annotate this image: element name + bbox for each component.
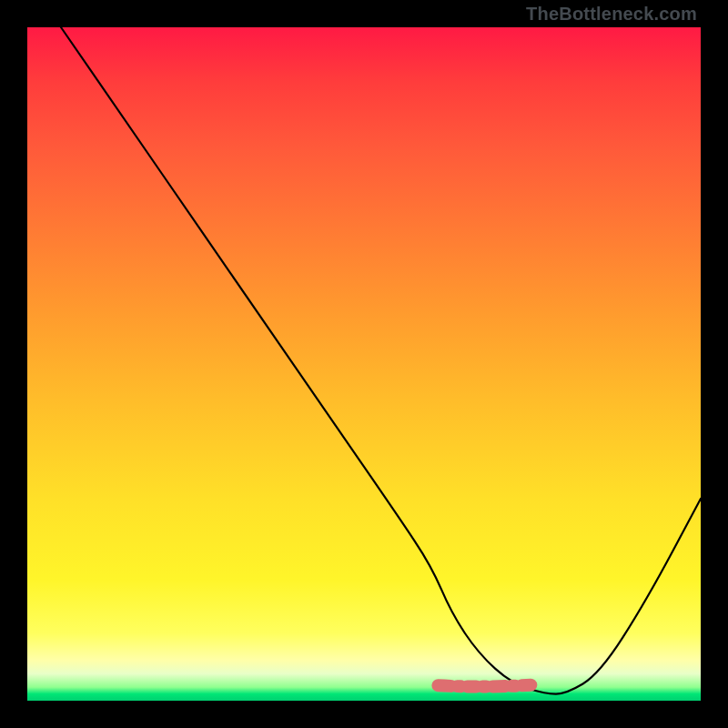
pink-band	[438, 682, 566, 686]
watermark-label: TheBottleneck.com	[526, 4, 697, 25]
chart-frame	[27, 27, 701, 701]
chart-svg	[27, 27, 701, 701]
pink-band-path	[438, 682, 566, 686]
bottleneck-curve-path	[61, 27, 701, 694]
bottleneck-curve	[61, 27, 701, 694]
